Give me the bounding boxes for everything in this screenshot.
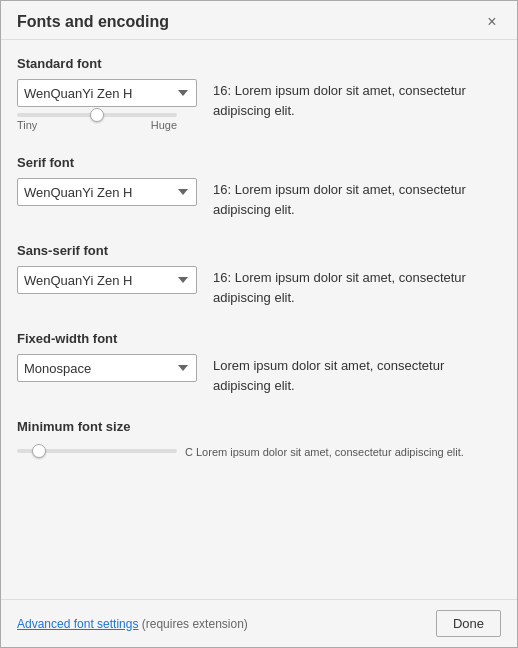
serif-font-label: Serif font [17,155,501,170]
requires-extension-note: (requires extension) [142,617,248,631]
fixed-width-font-preview: Lorem ipsum dolor sit amet, consectetur … [213,354,501,395]
minimum-font-size-slider[interactable] [17,449,177,453]
sans-serif-font-select[interactable]: WenQuanYi Zen H [17,266,197,294]
fixed-width-font-select[interactable]: Monospace [17,354,197,382]
standard-font-slider-container: Tiny Huge [17,113,197,131]
standard-font-slider-labels: Tiny Huge [17,119,177,131]
dialog-footer: Advanced font settings (requires extensi… [1,599,517,647]
fixed-width-font-section: Fixed-width font Monospace Lorem ipsum d… [17,331,501,395]
dialog-title: Fonts and encoding [17,13,169,31]
footer-left: Advanced font settings (requires extensi… [17,617,248,631]
serif-font-row: WenQuanYi Zen H 16: Lorem ipsum dolor si… [17,178,501,219]
fixed-width-font-label: Fixed-width font [17,331,501,346]
standard-font-row: WenQuanYi Zen H Tiny Huge 16: Lorem ipsu… [17,79,501,131]
standard-font-label: Standard font [17,56,501,71]
slider-max-label: Huge [151,119,177,131]
dialog-header: Fonts and encoding × [1,1,517,40]
sans-serif-font-label: Sans-serif font [17,243,501,258]
sans-serif-font-preview: 16: Lorem ipsum dolor sit amet, consecte… [213,266,501,307]
serif-font-preview: 16: Lorem ipsum dolor sit amet, consecte… [213,178,501,219]
minimum-font-size-preview: C Lorem ipsum dolor sit amet, consectetu… [185,442,501,461]
standard-font-slider[interactable] [17,113,177,117]
fixed-width-font-controls: Monospace [17,354,197,382]
fonts-encoding-dialog: Fonts and encoding × Standard font WenQu… [0,0,518,648]
done-button[interactable]: Done [436,610,501,637]
standard-font-controls: WenQuanYi Zen H Tiny Huge [17,79,197,131]
serif-font-controls: WenQuanYi Zen H [17,178,197,206]
sans-serif-font-section: Sans-serif font WenQuanYi Zen H 16: Lore… [17,243,501,307]
standard-font-select[interactable]: WenQuanYi Zen H [17,79,197,107]
close-button[interactable]: × [483,13,501,31]
standard-font-section: Standard font WenQuanYi Zen H Tiny Huge … [17,56,501,131]
standard-font-preview: 16: Lorem ipsum dolor sit amet, consecte… [213,79,501,120]
sans-serif-font-controls: WenQuanYi Zen H [17,266,197,294]
advanced-font-settings-link[interactable]: Advanced font settings [17,617,138,631]
serif-font-section: Serif font WenQuanYi Zen H 16: Lorem ips… [17,155,501,219]
dialog-body: Standard font WenQuanYi Zen H Tiny Huge … [1,40,517,599]
minimum-font-size-label: Minimum font size [17,419,501,434]
serif-font-select[interactable]: WenQuanYi Zen H [17,178,197,206]
slider-min-label: Tiny [17,119,37,131]
fixed-width-font-row: Monospace Lorem ipsum dolor sit amet, co… [17,354,501,395]
minimum-font-size-section: Minimum font size C Lorem ipsum dolor si… [17,419,501,461]
minimum-font-size-row: C Lorem ipsum dolor sit amet, consectetu… [17,442,501,461]
sans-serif-font-row: WenQuanYi Zen H 16: Lorem ipsum dolor si… [17,266,501,307]
